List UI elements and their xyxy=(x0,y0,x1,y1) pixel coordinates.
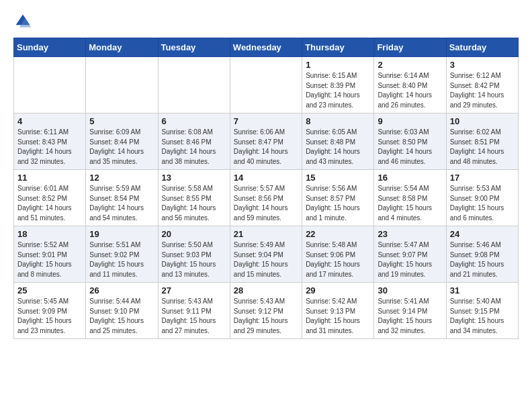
day-number: 5 xyxy=(89,116,154,126)
day-number: 6 xyxy=(162,116,226,126)
day-number: 1 xyxy=(306,60,370,70)
day-info: Sunrise: 5:44 AM Sunset: 9:10 PM Dayligh… xyxy=(89,297,154,336)
logo xyxy=(13,12,35,31)
day-number: 15 xyxy=(306,173,370,183)
day-cell: 24Sunrise: 5:46 AM Sunset: 9:08 PM Dayli… xyxy=(446,226,518,283)
day-cell: 30Sunrise: 5:41 AM Sunset: 9:14 PM Dayli… xyxy=(374,283,446,339)
day-cell: 22Sunrise: 5:48 AM Sunset: 9:06 PM Dayli… xyxy=(302,226,374,283)
day-info: Sunrise: 5:47 AM Sunset: 9:07 PM Dayligh… xyxy=(378,240,442,279)
day-info: Sunrise: 5:59 AM Sunset: 8:54 PM Dayligh… xyxy=(89,184,154,223)
day-info: Sunrise: 5:45 AM Sunset: 9:09 PM Dayligh… xyxy=(17,297,82,336)
day-info: Sunrise: 5:56 AM Sunset: 8:57 PM Dayligh… xyxy=(306,184,370,223)
logo-icon xyxy=(13,12,32,31)
day-cell: 1Sunrise: 6:15 AM Sunset: 8:39 PM Daylig… xyxy=(302,57,374,113)
day-info: Sunrise: 5:52 AM Sunset: 9:01 PM Dayligh… xyxy=(17,240,82,279)
day-number: 26 xyxy=(89,285,154,295)
day-info: Sunrise: 5:40 AM Sunset: 9:15 PM Dayligh… xyxy=(450,297,515,336)
week-row-4: 18Sunrise: 5:52 AM Sunset: 9:01 PM Dayli… xyxy=(14,226,519,283)
day-cell: 5Sunrise: 6:09 AM Sunset: 8:44 PM Daylig… xyxy=(86,113,158,170)
day-number: 28 xyxy=(234,285,298,295)
page: SundayMondayTuesdayWednesdayThursdayFrid… xyxy=(0,0,532,351)
day-info: Sunrise: 5:41 AM Sunset: 9:14 PM Dayligh… xyxy=(378,297,442,336)
day-number: 11 xyxy=(17,173,82,183)
day-info: Sunrise: 5:58 AM Sunset: 8:55 PM Dayligh… xyxy=(162,184,226,223)
day-number: 30 xyxy=(378,285,442,295)
day-info: Sunrise: 5:43 AM Sunset: 9:12 PM Dayligh… xyxy=(234,297,298,336)
day-cell: 13Sunrise: 5:58 AM Sunset: 8:55 PM Dayli… xyxy=(158,170,230,226)
day-info: Sunrise: 6:03 AM Sunset: 8:50 PM Dayligh… xyxy=(378,128,442,167)
day-cell: 9Sunrise: 6:03 AM Sunset: 8:50 PM Daylig… xyxy=(374,113,446,170)
day-cell xyxy=(158,57,230,113)
day-cell: 18Sunrise: 5:52 AM Sunset: 9:01 PM Dayli… xyxy=(14,226,86,283)
day-info: Sunrise: 6:15 AM Sunset: 8:39 PM Dayligh… xyxy=(306,71,370,110)
day-number: 29 xyxy=(306,285,370,295)
weekday-header-sunday: Sunday xyxy=(14,38,86,57)
day-cell: 10Sunrise: 6:02 AM Sunset: 8:51 PM Dayli… xyxy=(446,113,518,170)
weekday-header-saturday: Saturday xyxy=(446,38,518,57)
day-number: 14 xyxy=(234,173,298,183)
day-number: 22 xyxy=(306,229,370,239)
day-cell xyxy=(14,57,86,113)
day-cell: 27Sunrise: 5:43 AM Sunset: 9:11 PM Dayli… xyxy=(158,283,230,339)
day-info: Sunrise: 5:50 AM Sunset: 9:03 PM Dayligh… xyxy=(162,240,226,279)
day-number: 13 xyxy=(162,173,226,183)
day-number: 25 xyxy=(17,285,82,295)
day-info: Sunrise: 6:01 AM Sunset: 8:52 PM Dayligh… xyxy=(17,184,82,223)
day-cell: 29Sunrise: 5:42 AM Sunset: 9:13 PM Dayli… xyxy=(302,283,374,339)
day-cell: 26Sunrise: 5:44 AM Sunset: 9:10 PM Dayli… xyxy=(86,283,158,339)
day-number: 18 xyxy=(17,229,82,239)
weekday-header-friday: Friday xyxy=(374,38,446,57)
day-info: Sunrise: 6:06 AM Sunset: 8:47 PM Dayligh… xyxy=(234,128,298,167)
day-number: 9 xyxy=(378,116,442,126)
day-info: Sunrise: 5:49 AM Sunset: 9:04 PM Dayligh… xyxy=(234,240,298,279)
day-number: 24 xyxy=(450,229,515,239)
day-cell: 31Sunrise: 5:40 AM Sunset: 9:15 PM Dayli… xyxy=(446,283,518,339)
day-cell: 28Sunrise: 5:43 AM Sunset: 9:12 PM Dayli… xyxy=(230,283,302,339)
day-info: Sunrise: 6:11 AM Sunset: 8:43 PM Dayligh… xyxy=(17,128,82,167)
week-row-1: 1Sunrise: 6:15 AM Sunset: 8:39 PM Daylig… xyxy=(14,57,519,113)
day-info: Sunrise: 5:54 AM Sunset: 8:58 PM Dayligh… xyxy=(378,184,442,223)
day-cell: 17Sunrise: 5:53 AM Sunset: 9:00 PM Dayli… xyxy=(446,170,518,226)
day-cell: 8Sunrise: 6:05 AM Sunset: 8:48 PM Daylig… xyxy=(302,113,374,170)
day-info: Sunrise: 6:09 AM Sunset: 8:44 PM Dayligh… xyxy=(89,128,154,167)
day-number: 2 xyxy=(378,60,442,70)
day-cell: 4Sunrise: 6:11 AM Sunset: 8:43 PM Daylig… xyxy=(14,113,86,170)
header xyxy=(13,12,519,31)
day-number: 12 xyxy=(89,173,154,183)
day-info: Sunrise: 5:53 AM Sunset: 9:00 PM Dayligh… xyxy=(450,184,515,223)
day-cell: 25Sunrise: 5:45 AM Sunset: 9:09 PM Dayli… xyxy=(14,283,86,339)
day-cell: 15Sunrise: 5:56 AM Sunset: 8:57 PM Dayli… xyxy=(302,170,374,226)
day-info: Sunrise: 5:42 AM Sunset: 9:13 PM Dayligh… xyxy=(306,297,370,336)
day-cell: 6Sunrise: 6:08 AM Sunset: 8:46 PM Daylig… xyxy=(158,113,230,170)
day-number: 31 xyxy=(450,285,515,295)
week-row-3: 11Sunrise: 6:01 AM Sunset: 8:52 PM Dayli… xyxy=(14,170,519,226)
day-number: 3 xyxy=(450,60,515,70)
day-cell: 12Sunrise: 5:59 AM Sunset: 8:54 PM Dayli… xyxy=(86,170,158,226)
weekday-header-row: SundayMondayTuesdayWednesdayThursdayFrid… xyxy=(14,38,519,57)
day-cell: 19Sunrise: 5:51 AM Sunset: 9:02 PM Dayli… xyxy=(86,226,158,283)
day-info: Sunrise: 5:46 AM Sunset: 9:08 PM Dayligh… xyxy=(450,240,515,279)
day-number: 4 xyxy=(17,116,82,126)
day-cell: 7Sunrise: 6:06 AM Sunset: 8:47 PM Daylig… xyxy=(230,113,302,170)
day-number: 27 xyxy=(162,285,226,295)
day-number: 7 xyxy=(234,116,298,126)
weekday-header-monday: Monday xyxy=(86,38,158,57)
weekday-header-thursday: Thursday xyxy=(302,38,374,57)
day-cell: 11Sunrise: 6:01 AM Sunset: 8:52 PM Dayli… xyxy=(14,170,86,226)
day-number: 19 xyxy=(89,229,154,239)
calendar-table: SundayMondayTuesdayWednesdayThursdayFrid… xyxy=(13,38,519,339)
day-info: Sunrise: 5:57 AM Sunset: 8:56 PM Dayligh… xyxy=(234,184,298,223)
day-number: 20 xyxy=(162,229,226,239)
day-cell: 14Sunrise: 5:57 AM Sunset: 8:56 PM Dayli… xyxy=(230,170,302,226)
day-info: Sunrise: 6:05 AM Sunset: 8:48 PM Dayligh… xyxy=(306,128,370,167)
day-cell: 2Sunrise: 6:14 AM Sunset: 8:40 PM Daylig… xyxy=(374,57,446,113)
week-row-5: 25Sunrise: 5:45 AM Sunset: 9:09 PM Dayli… xyxy=(14,283,519,339)
day-cell: 3Sunrise: 6:12 AM Sunset: 8:42 PM Daylig… xyxy=(446,57,518,113)
week-row-2: 4Sunrise: 6:11 AM Sunset: 8:43 PM Daylig… xyxy=(14,113,519,170)
day-number: 10 xyxy=(450,116,515,126)
day-cell: 16Sunrise: 5:54 AM Sunset: 8:58 PM Dayli… xyxy=(374,170,446,226)
day-info: Sunrise: 6:02 AM Sunset: 8:51 PM Dayligh… xyxy=(450,128,515,167)
weekday-header-wednesday: Wednesday xyxy=(230,38,302,57)
day-cell xyxy=(230,57,302,113)
day-info: Sunrise: 6:12 AM Sunset: 8:42 PM Dayligh… xyxy=(450,71,515,110)
